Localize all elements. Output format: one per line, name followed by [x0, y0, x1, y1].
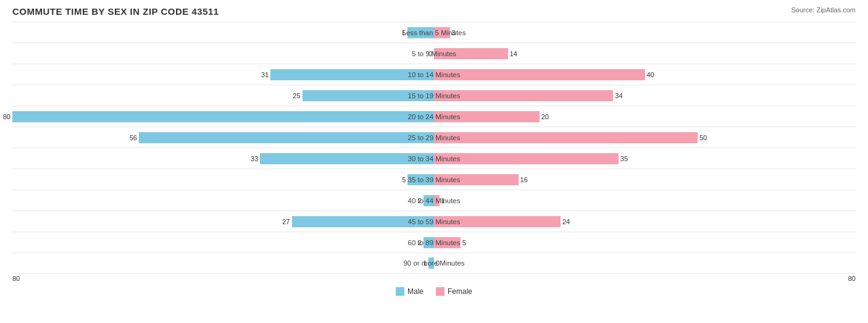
chart-row: 0145 to 9 Minutes: [12, 43, 856, 64]
female-bar: 20: [434, 111, 540, 122]
female-value: 20: [541, 113, 549, 120]
chart-title: COMMUTE TIME BY SEX IN ZIP CODE 43511: [12, 6, 219, 17]
male-bar: 56: [139, 132, 434, 143]
male-value: 2: [418, 197, 422, 204]
legend-male-label: Male: [407, 287, 424, 296]
chart-row: 2560 to 89 Minutes: [12, 232, 856, 253]
male-value: 56: [130, 134, 137, 141]
axis-right: 80: [848, 275, 856, 282]
female-bar: 24: [434, 216, 561, 227]
chart-row: 272445 to 59 Minutes: [12, 211, 856, 232]
male-value: 33: [251, 155, 258, 162]
male-bar: 31: [270, 69, 434, 80]
female-value: 5: [462, 239, 466, 246]
male-bar: 2: [424, 237, 434, 248]
male-bar: 5: [407, 174, 434, 185]
female-value: 14: [510, 50, 517, 57]
female-value: 24: [562, 218, 570, 225]
female-value: 0: [436, 259, 440, 267]
male-value: 5: [402, 29, 406, 36]
female-bar: 50: [434, 132, 698, 143]
female-bar: 40: [434, 69, 645, 80]
header-row: COMMUTE TIME BY SEX IN ZIP CODE 43511 So…: [12, 6, 856, 20]
female-value: 50: [699, 134, 707, 141]
female-value: 3: [452, 29, 456, 36]
male-value: 1: [423, 259, 427, 267]
chart-row: 333530 to 34 Minutes: [12, 148, 856, 169]
female-bar: 35: [434, 153, 619, 164]
female-bar: 34: [434, 90, 613, 101]
female-value: 35: [620, 155, 628, 162]
male-value: 5: [402, 176, 406, 183]
male-bar: 1: [428, 258, 434, 269]
legend: Male Female: [12, 287, 856, 296]
female-bar: 14: [434, 48, 508, 59]
male-bar: 33: [260, 153, 434, 164]
chart-row: 2140 to 44 Minutes: [12, 190, 856, 211]
male-bar: 25: [303, 90, 434, 101]
legend-female: Female: [436, 287, 472, 296]
chart-row: 253415 to 19 Minutes: [12, 85, 856, 106]
female-value: 16: [520, 176, 528, 183]
chart-row: 802020 to 24 Minutes: [12, 106, 856, 127]
female-bar: 1: [434, 195, 440, 206]
chart-row: 53Less than 5 Minutes: [12, 22, 856, 43]
chart-area: 53Less than 5 Minutes0145 to 9 Minutes31…: [12, 22, 856, 274]
legend-male-box: [396, 287, 404, 296]
female-bar: 3: [434, 27, 450, 38]
male-value: 27: [282, 218, 290, 225]
male-value: 2: [418, 239, 422, 246]
male-bar: 5: [407, 27, 434, 38]
male-value: 0: [428, 50, 432, 57]
female-bar: 5: [434, 237, 461, 248]
female-value: 1: [441, 197, 445, 204]
female-bar: 16: [434, 174, 519, 185]
male-bar: 2: [424, 195, 434, 206]
axis-left: 80: [12, 275, 20, 282]
male-bar: 80: [12, 111, 434, 122]
legend-female-box: [436, 287, 444, 296]
chart-row: 565025 to 29 Minutes: [12, 127, 856, 148]
legend-female-label: Female: [448, 287, 472, 296]
female-value: 40: [647, 71, 654, 78]
male-value: 80: [3, 113, 10, 120]
male-value: 31: [261, 71, 269, 78]
chart-row: 51635 to 39 Minutes: [12, 169, 856, 190]
male-bar: 27: [292, 216, 435, 227]
chart-row: 1090 or more Minutes: [12, 253, 856, 274]
chart-row: 314010 to 14 Minutes: [12, 64, 856, 85]
axis-labels: 80 80: [12, 275, 856, 282]
male-value: 25: [293, 92, 300, 99]
source-label: Source: ZipAtlas.com: [791, 6, 856, 14]
female-value: 34: [615, 92, 622, 99]
legend-male: Male: [396, 287, 424, 296]
